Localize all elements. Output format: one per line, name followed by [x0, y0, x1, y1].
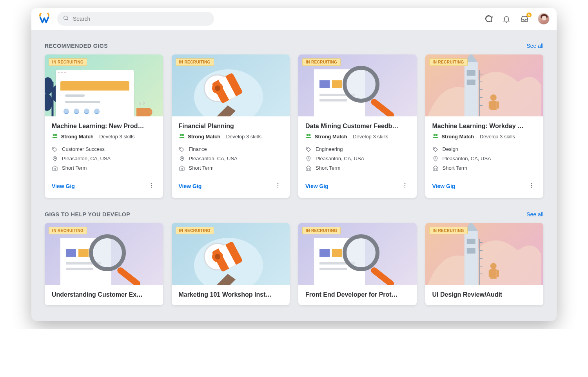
svg-point-19	[182, 134, 184, 136]
match-row: Strong Match Develop 3 skills	[305, 133, 410, 141]
svg-point-33	[309, 134, 310, 136]
magnifier-icon	[306, 230, 412, 285]
meta-term: Short Term	[305, 165, 410, 171]
megaphone-icon	[193, 62, 264, 116]
see-all-link[interactable]: See all	[526, 43, 543, 49]
svg-point-24	[278, 187, 278, 187]
svg-point-7	[53, 148, 54, 149]
match-row: Strong Match Develop 3 skills	[179, 133, 283, 141]
match-icon	[52, 133, 58, 139]
svg-point-35	[308, 158, 309, 159]
view-gig-link[interactable]: View Gig	[432, 183, 456, 189]
gig-card[interactable]: IN RECRUITING Financial Planning Strong …	[172, 54, 290, 198]
more-icon[interactable]	[273, 181, 283, 192]
match-icon	[305, 133, 312, 139]
svg-point-52	[531, 185, 532, 185]
svg-rect-69	[332, 249, 342, 257]
recommended-row: IN RECRUITING Machine Learning: New Prod…	[45, 54, 543, 198]
status-chip: IN RECRUITING	[49, 58, 87, 66]
main-content: RECOMMENDED GIGS See all	[31, 30, 557, 321]
card-hero: IN RECRUITING	[172, 54, 290, 116]
search-icon	[63, 15, 69, 23]
svg-point-23	[278, 185, 278, 185]
card-hero: IN RECRUITING	[45, 223, 163, 285]
match-row: Strong Match Develop 3 skills	[52, 133, 156, 141]
webpage-icon	[56, 70, 134, 116]
gig-card[interactable]: IN RECRUITING Front End Developer for Pr…	[298, 223, 417, 305]
svg-point-21	[181, 158, 182, 159]
status-chip: IN RECRUITING	[49, 227, 87, 234]
meta-category: Customer Success	[52, 146, 156, 152]
svg-point-11	[151, 187, 151, 187]
svg-point-17	[215, 85, 220, 91]
view-gig-link[interactable]: View Gig	[52, 183, 75, 189]
gig-card[interactable]: IN RECRUITING Machine Learning: New Prod…	[45, 54, 163, 198]
svg-rect-58	[66, 268, 93, 270]
megaphone-icon	[193, 230, 264, 285]
topbar-actions: 5	[484, 13, 550, 25]
bell-icon[interactable]	[502, 14, 511, 24]
svg-point-5	[53, 134, 55, 136]
gig-card[interactable]: IN RECRUITING Marketing 101 Workshop Ins…	[172, 223, 290, 305]
svg-rect-81	[496, 270, 499, 277]
svg-point-22	[278, 183, 278, 184]
svg-point-48	[436, 134, 437, 136]
view-gig-link[interactable]: View Gig	[305, 183, 328, 189]
status-chip: IN RECRUITING	[429, 227, 468, 234]
meta-term: Short Term	[179, 165, 283, 171]
svg-point-18	[180, 134, 181, 136]
svg-point-34	[307, 148, 308, 149]
svg-point-32	[307, 134, 309, 136]
see-all-link[interactable]: See all	[526, 211, 543, 218]
meta-category: Design	[432, 146, 537, 152]
workday-logo[interactable]	[38, 13, 50, 25]
magnifier-icon	[306, 62, 412, 116]
svg-rect-29	[319, 99, 347, 102]
gig-card[interactable]: IN RECRUITING UI Design Review/Audit	[425, 223, 544, 305]
gig-title: Machine Learning: New Prod…	[52, 123, 156, 130]
svg-point-49	[434, 148, 434, 149]
more-icon[interactable]	[527, 181, 536, 192]
gig-title: Data Mining Customer Feedb…	[305, 123, 410, 130]
gig-card[interactable]: IN RECRUITING Machine Learning: Workday …	[425, 54, 544, 198]
svg-point-37	[404, 185, 405, 185]
svg-point-47	[433, 134, 435, 136]
svg-point-9	[151, 183, 151, 184]
search-input[interactable]	[73, 16, 209, 22]
meta-category: Engineering	[305, 146, 410, 152]
svg-rect-77	[466, 248, 475, 254]
more-icon[interactable]	[147, 181, 156, 192]
gig-title: Marketing 101 Workshop Inst…	[179, 291, 283, 298]
card-hero: IN RECRUITING	[45, 54, 163, 116]
svg-rect-79	[490, 269, 496, 279]
inbox-icon[interactable]: 5	[520, 14, 529, 24]
magnifier-icon	[53, 230, 158, 285]
chat-icon[interactable]	[484, 14, 493, 24]
gig-title: UI Design Review/Audit	[432, 291, 537, 298]
gig-card[interactable]: IN RECRUITING Understanding Customer Ex…	[45, 223, 163, 305]
view-gig-link[interactable]: View Gig	[179, 183, 202, 189]
inbox-badge: 5	[526, 13, 532, 17]
svg-point-0	[64, 16, 67, 20]
section-header-recommended: RECOMMENDED GIGS See all	[45, 43, 543, 49]
meta-location: Pleasanton, CA, USA	[305, 156, 410, 162]
svg-rect-45	[488, 102, 491, 109]
svg-point-6	[55, 134, 57, 136]
status-chip: IN RECRUITING	[302, 58, 341, 66]
avatar[interactable]	[538, 13, 550, 25]
mug-icon	[134, 101, 158, 116]
svg-rect-60	[116, 266, 142, 285]
meta-term: Short Term	[432, 165, 537, 171]
search-box[interactable]	[57, 12, 214, 26]
svg-rect-73	[370, 266, 395, 285]
svg-point-36	[404, 183, 405, 184]
status-chip: IN RECRUITING	[429, 58, 468, 66]
status-chip: IN RECRUITING	[176, 227, 214, 234]
svg-rect-42	[466, 80, 475, 85]
gig-title: Financial Planning	[179, 123, 283, 130]
more-icon[interactable]	[400, 181, 410, 192]
svg-rect-56	[78, 249, 89, 257]
gig-card[interactable]: IN RECRUITING Data Mining Customer Feedb…	[298, 54, 417, 198]
section-title: GIGS TO HELP YOU DEVELOP	[45, 211, 130, 218]
svg-point-20	[180, 148, 181, 149]
